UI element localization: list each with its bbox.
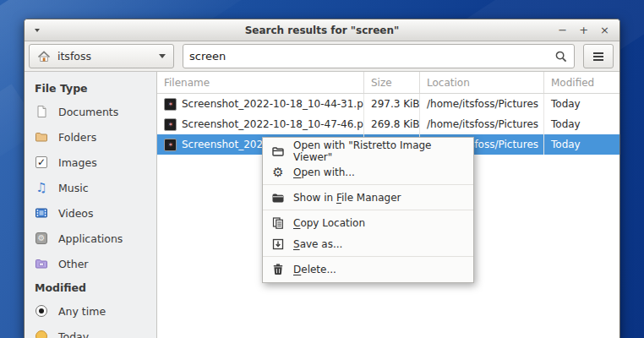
cell-location: /home/itsfoss/Pictures [420,114,544,134]
menu-item-delete[interactable]: Delete... [263,259,473,280]
search-field[interactable] [183,44,575,68]
cell-modified: Today [544,134,619,155]
sidebar-item-label: Folders [58,131,96,144]
table-row[interactable]: Screenshot_2022-10-18_10-44-31.png 297.3… [157,94,619,114]
menu-item-label: Open with "Ristretto Image Viewer" [293,139,465,163]
chevron-down-icon [159,54,166,58]
close-button[interactable]: × [600,25,609,35]
folder-icon [35,130,48,144]
cell-modified: Today [544,114,619,134]
minimize-button[interactable]: − [558,25,567,35]
table-header-row: Filename Size Location Modified [157,72,619,94]
image-thumbnail-icon [164,118,177,131]
sidebar-item-any-time[interactable]: Any time [25,298,156,324]
sidebar-item-label: Any time [58,305,106,318]
menu-item-open-with-ristretto[interactable]: Open with "Ristretto Image Viewer" [263,140,473,161]
menu-separator [263,256,473,257]
titlebar[interactable]: Search results for "screen" − + × [25,19,619,41]
search-input[interactable] [189,50,554,63]
gear-icon: ⚙ [271,166,285,179]
sidebar-item-documents[interactable]: Documents [25,99,156,124]
menu-button[interactable] [583,44,614,68]
table-row[interactable]: Screenshot_2022-10-18_10-47-46.png 269.8… [157,114,619,134]
cell-modified: Today [544,94,619,114]
cell-filename: Screenshot_202 [182,139,263,150]
sidebar-item-label: Documents [58,106,118,118]
sidebar-item-other[interactable]: Other [25,251,156,276]
sidebar-item-label: Images [58,156,97,169]
window-title: Search results for "screen" [25,25,619,36]
sidebar-item-today[interactable]: Today [25,324,156,338]
filter-sidebar: File Type Documents [25,72,157,338]
home-icon [37,50,51,63]
desktop: Search results for "screen" − + × itsfos… [0,0,644,338]
film-icon [35,206,48,220]
menu-item-save-as[interactable]: Save as... [263,233,473,254]
column-header-location[interactable]: Location [420,72,544,93]
sidebar-header-modified: Modified [25,276,156,298]
sidebar-item-folders[interactable]: Folders [25,124,156,150]
cell-location: /home/itsfoss/Pictures [420,94,544,114]
trash-icon [271,263,285,276]
sidebar-item-applications[interactable]: ⚙ Applications [25,226,156,251]
location-label: itsfoss [57,50,91,63]
applications-gear-icon: ⚙ [35,232,48,245]
column-header-size[interactable]: Size [364,72,420,93]
menu-item-label: Open with... [293,166,355,178]
clock-icon [35,330,48,338]
sidebar-item-images[interactable]: ✓ Images [25,150,156,175]
context-menu: Open with "Ristretto Image Viewer" ⚙ Ope… [262,137,474,283]
cell-size: 269.8 KiB [364,114,420,134]
menu-item-show-in-file-manager[interactable]: Show in File Manager [263,187,473,208]
radio-selected-icon [35,304,48,318]
image-thumbnail-icon [164,98,177,111]
toolbar: itsfoss [25,41,619,72]
column-header-modified[interactable]: Modified [544,72,619,93]
column-header-filename[interactable]: Filename [157,72,364,93]
sidebar-header-file-type: File Type [25,77,156,99]
sidebar-item-videos[interactable]: Videos [25,200,156,226]
maximize-button[interactable]: + [579,25,588,35]
search-icon[interactable] [554,50,568,63]
sidebar-item-label: Today [58,330,89,338]
menu-item-label: Show in File Manager [293,192,401,204]
checkbox-checked-icon: ✓ [35,155,48,169]
image-thumbnail-icon [164,139,177,151]
folder-open-icon [271,144,285,158]
save-icon [271,237,285,251]
hamburger-icon [592,50,605,63]
location-dropdown[interactable]: itsfoss [29,44,174,68]
copy-icon [271,216,285,230]
sidebar-item-label: Applications [58,232,123,245]
window-menu-icon[interactable] [35,29,40,32]
sidebar-item-music[interactable]: ♫ Music [25,175,156,200]
menu-item-label: Copy Location [293,217,365,229]
menu-item-open-with[interactable]: ⚙ Open with... [263,161,473,183]
cell-filename: Screenshot_2022-10-18_10-47-46.png [182,118,364,130]
sidebar-item-label: Videos [58,207,94,220]
music-note-icon: ♫ [35,181,48,194]
sidebar-item-label: Music [58,182,89,194]
menu-item-copy-location[interactable]: Copy Location [263,212,473,233]
menu-item-label: Delete... [293,264,336,275]
cell-filename: Screenshot_2022-10-18_10-44-31.png [182,98,364,110]
sidebar-item-label: Other [58,258,89,270]
other-folder-icon [35,257,48,270]
folder-icon [271,191,285,204]
menu-separator [263,184,473,185]
cell-size: 297.3 KiB [364,94,420,114]
menu-separator [263,210,473,210]
document-icon [35,105,48,118]
menu-item-label: Save as... [293,238,342,250]
